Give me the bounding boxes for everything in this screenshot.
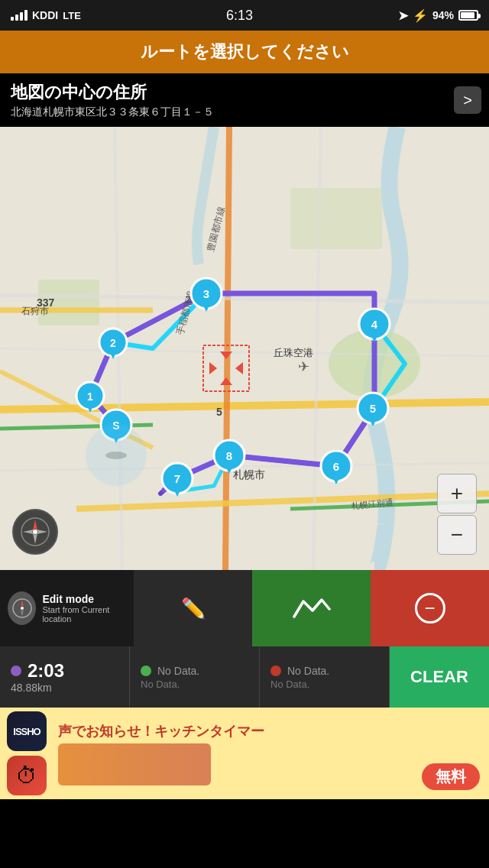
pencil-button[interactable]: ✏️ xyxy=(134,570,252,646)
toolbar: Edit mode Start from Current location ✏️… xyxy=(0,570,489,646)
minus-icon: − xyxy=(415,593,445,623)
svg-point-69 xyxy=(21,607,24,610)
status-left: KDDI LTE xyxy=(11,9,81,21)
clear-button[interactable]: CLEAR xyxy=(390,646,489,708)
main-address: 地図の中心の住所 xyxy=(11,81,478,104)
address-arrow-button[interactable]: > xyxy=(454,86,481,114)
data-cell-1: No Data. No Data. xyxy=(130,646,260,708)
svg-text:2: 2 xyxy=(110,337,116,349)
carrier-label: KDDI xyxy=(32,9,58,21)
graph-icon xyxy=(293,594,331,623)
svg-text:5: 5 xyxy=(370,402,376,415)
edit-mode-button[interactable]: Edit mode Start from Current location xyxy=(0,570,134,646)
navigation-icon: ➤ xyxy=(398,8,408,23)
pencil-icon: ✏️ xyxy=(181,597,206,620)
network-label: LTE xyxy=(63,10,81,21)
svg-marker-63 xyxy=(23,530,34,534)
status-right: ➤ ⚡ 94% xyxy=(398,8,478,23)
address-panel: 地図の中心の住所 北海道札幌市東区北３３条東６丁目１－５ > xyxy=(0,73,489,127)
ad-banner[interactable]: ISSHO ⏱ 声でお知らせ！キッチンタイマー 無料 xyxy=(0,708,489,799)
status-bar: KDDI LTE 6:13 ➤ ⚡ 94% xyxy=(0,0,489,31)
svg-marker-68 xyxy=(21,610,24,617)
svg-text:1: 1 xyxy=(87,390,93,403)
red-dot xyxy=(270,666,281,676)
stats-bar: 2:03 48.88km No Data. No Data. No Data. … xyxy=(0,646,489,708)
data1-label: No Data. xyxy=(157,665,199,677)
signal-bar-4 xyxy=(24,10,28,21)
svg-text:石狩市: 石狩市 xyxy=(21,306,49,316)
distance-value: 48.88km xyxy=(11,682,52,694)
purple-dot xyxy=(11,666,21,676)
svg-point-59 xyxy=(86,425,147,486)
data2-sub: No Data. xyxy=(270,679,309,690)
svg-marker-67 xyxy=(21,600,24,607)
zoom-buttons: + − xyxy=(437,474,477,555)
signal-bar-3 xyxy=(20,12,23,21)
timer-app-icon: ⏱ xyxy=(7,756,47,795)
minus-button[interactable]: − xyxy=(371,570,489,646)
page-title: ルートを選択してください xyxy=(141,40,349,63)
edit-mode-sublabel: Start from Current location xyxy=(42,605,126,623)
svg-marker-62 xyxy=(33,533,37,544)
ad-text: 声でお知らせ！キッチンタイマー xyxy=(58,722,484,740)
green-dot xyxy=(141,666,151,676)
battery-icon xyxy=(458,10,478,21)
signal-bar-2 xyxy=(15,15,18,21)
edit-mode-label: Edit mode xyxy=(42,593,126,605)
data1-sub: No Data. xyxy=(141,679,180,690)
svg-rect-3 xyxy=(290,188,382,249)
zoom-in-button[interactable]: + xyxy=(437,474,477,513)
compass-icon xyxy=(8,591,36,625)
svg-text:札幌市: 札幌市 xyxy=(233,468,265,481)
time-value: 2:03 xyxy=(28,660,64,682)
signal-bar-1 xyxy=(11,17,14,21)
svg-marker-64 xyxy=(37,530,47,534)
free-badge: 無料 xyxy=(422,763,480,790)
sub-address: 北海道札幌市東区北３３条東６丁目１－５ xyxy=(11,105,478,119)
compass-button[interactable] xyxy=(12,509,58,555)
signal-bars xyxy=(11,10,28,21)
ad-food-image xyxy=(58,743,211,785)
svg-text:5: 5 xyxy=(216,406,222,418)
svg-marker-61 xyxy=(33,520,37,530)
data-cell-2: No Data. No Data. xyxy=(260,646,390,708)
svg-text:7: 7 xyxy=(174,472,180,485)
svg-text:3: 3 xyxy=(203,287,209,300)
data2-label: No Data. xyxy=(287,665,329,677)
svg-text:✈: ✈ xyxy=(298,359,309,374)
graph-button[interactable] xyxy=(252,570,371,646)
svg-text:丘珠空港: 丘珠空港 xyxy=(274,347,313,358)
time-display: 6:13 xyxy=(226,8,253,24)
svg-point-65 xyxy=(33,530,37,534)
battery-label: 94% xyxy=(432,9,454,21)
zoom-out-button[interactable]: − xyxy=(437,515,477,555)
svg-text:4: 4 xyxy=(371,318,378,331)
issho-app-icon: ISSHO xyxy=(7,711,47,751)
time-distance-cell: 2:03 48.88km xyxy=(0,646,130,708)
title-bar: ルートを選択してください xyxy=(0,31,489,73)
bluetooth-icon: ⚡ xyxy=(413,8,428,23)
svg-text:8: 8 xyxy=(226,449,232,462)
svg-text:6: 6 xyxy=(333,460,339,473)
map-svg: 337 石狩市 丘珠空港 ✈ 札幌市 手稲都市線 豊園都市線 5 231 札幌江… xyxy=(0,127,489,570)
map-area[interactable]: 337 石狩市 丘珠空港 ✈ 札幌市 手稲都市線 豊園都市線 5 231 札幌江… xyxy=(0,127,489,570)
